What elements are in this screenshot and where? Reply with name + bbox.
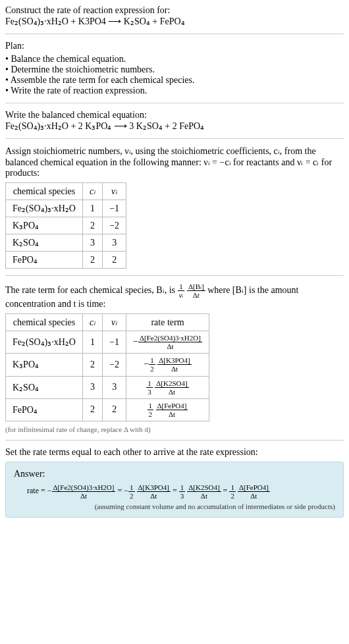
- table-row: K₂SO₄ 3 3 13 Δ[K2SO4]Δt: [6, 376, 209, 398]
- balanced-section: Write the balanced chemical equation: Fe…: [5, 110, 344, 132]
- table-row: K₂SO₄ 3 3: [6, 234, 126, 252]
- rate-term-prefix: The rate term for each chemical species,…: [5, 285, 178, 295]
- nu-cell: 2: [103, 398, 126, 421]
- answer-footnote: (assuming constant volume and no accumul…: [14, 502, 335, 510]
- nu-cell: −1: [103, 200, 126, 217]
- species-cell: Fe₂(SO₄)₃·xH₂O: [6, 200, 83, 217]
- divider: [5, 138, 344, 139]
- rate-term-table: chemical species cᵢ νᵢ rate term Fe₂(SO₄…: [5, 313, 209, 421]
- nu-cell: 3: [103, 234, 126, 252]
- divider: [5, 275, 344, 276]
- c-cell: 1: [82, 200, 102, 217]
- rate-term-general-coef: 1νᵢ: [178, 282, 185, 299]
- intro-section: Construct the rate of reaction expressio…: [5, 5, 344, 27]
- species-cell: FePO₄: [6, 252, 83, 269]
- c-cell: 2: [82, 252, 102, 269]
- species-cell: K₃PO₄: [6, 354, 83, 376]
- unbalanced-equation: Fe₂(SO₄)₃·xH₂O + K3PO4 ⟶ K₂SO₄ + FePO₄: [5, 16, 344, 27]
- rate-cell: 13 Δ[K2SO4]Δt: [126, 376, 209, 398]
- table-header: cᵢ: [82, 314, 102, 331]
- c-cell: 3: [82, 234, 102, 252]
- table-row: K₃PO₄ 2 −2: [6, 217, 126, 234]
- divider: [5, 440, 344, 441]
- plan-item: Balance the chemical equation.: [5, 54, 344, 65]
- rate-cell: 12 Δ[FePO4]Δt: [126, 398, 209, 421]
- plan-item: Write the rate of reaction expression.: [5, 86, 344, 96]
- c-cell: 3: [82, 376, 102, 398]
- nu-cell: −2: [103, 354, 126, 376]
- species-cell: K₂SO₄: [6, 376, 83, 398]
- species-cell: K₂SO₄: [6, 234, 83, 252]
- table-header: rate term: [126, 314, 209, 331]
- final-section: Set the rate terms equal to each other t…: [5, 447, 344, 518]
- answer-label: Answer:: [14, 469, 335, 479]
- nu-cell: −1: [103, 331, 126, 354]
- table-header: chemical species: [6, 183, 83, 200]
- nu-cell: 2: [103, 252, 126, 269]
- rate-term-section: The rate term for each chemical species,…: [5, 282, 344, 433]
- table-row: Fe₂(SO₄)₃·xH₂O 1 −1 −Δ[Fe2(SO4)3·xH2O]Δt: [6, 331, 209, 354]
- c-cell: 2: [82, 354, 102, 376]
- rate-cell: −Δ[Fe2(SO4)3·xH2O]Δt: [126, 331, 209, 354]
- balanced-equation: Fe₂(SO₄)₃·xH₂O + 2 K₃PO₄ ⟶ 3 K₂SO₄ + 2 F…: [5, 121, 344, 132]
- divider: [5, 34, 344, 34]
- construct-label: Construct the rate of reaction expressio…: [5, 5, 344, 16]
- table-header: νᵢ: [103, 183, 126, 200]
- table-header: νᵢ: [103, 314, 126, 331]
- plan-heading: Plan:: [5, 41, 344, 51]
- table-header: chemical species: [6, 314, 83, 331]
- divider: [5, 103, 344, 103]
- species-cell: Fe₂(SO₄)₃·xH₂O: [6, 331, 83, 354]
- c-cell: 2: [82, 217, 102, 234]
- species-cell: FePO₄: [6, 398, 83, 421]
- assign-section: Assign stoichiometric numbers, νᵢ, using…: [5, 146, 344, 269]
- rate-term-text: The rate term for each chemical species,…: [5, 282, 344, 309]
- rate-term-general-frac: Δ[Bᵢ]Δt: [187, 282, 205, 299]
- plan-list: Balance the chemical equation. Determine…: [5, 54, 344, 96]
- rate-prefix: rate =: [27, 486, 47, 495]
- table-row: K₃PO₄ 2 −2 −12 Δ[K3PO4]Δt: [6, 354, 209, 376]
- answer-box: Answer: rate = −Δ[Fe2(SO4)3·xH2O]Δt = −1…: [5, 462, 344, 518]
- plan-section: Plan: Balance the chemical equation. Det…: [5, 41, 344, 96]
- rate-cell: −12 Δ[K3PO4]Δt: [126, 354, 209, 376]
- table-row: FePO₄ 2 2 12 Δ[FePO4]Δt: [6, 398, 209, 421]
- nu-cell: 3: [103, 376, 126, 398]
- c-cell: 1: [82, 331, 102, 354]
- rate-expression: rate = −Δ[Fe2(SO4)3·xH2O]Δt = −12 Δ[K3PO…: [14, 483, 335, 500]
- species-cell: K₃PO₄: [6, 217, 83, 234]
- plan-item: Assemble the rate term for each chemical…: [5, 75, 344, 86]
- final-heading: Set the rate terms equal to each other t…: [5, 447, 344, 458]
- table-row: FePO₄ 2 2: [6, 252, 126, 269]
- nu-cell: −2: [103, 217, 126, 234]
- assign-text: Assign stoichiometric numbers, νᵢ, using…: [5, 146, 344, 178]
- balanced-heading: Write the balanced chemical equation:: [5, 110, 344, 121]
- c-cell: 2: [82, 398, 102, 421]
- stoich-table: chemical species cᵢ νᵢ Fe₂(SO₄)₃·xH₂O 1 …: [5, 182, 126, 269]
- table-row: Fe₂(SO₄)₃·xH₂O 1 −1: [6, 200, 126, 217]
- table-header: cᵢ: [82, 183, 102, 200]
- plan-item: Determine the stoichiometric numbers.: [5, 65, 344, 75]
- rate-term-footnote: (for infinitesimal rate of change, repla…: [5, 425, 344, 433]
